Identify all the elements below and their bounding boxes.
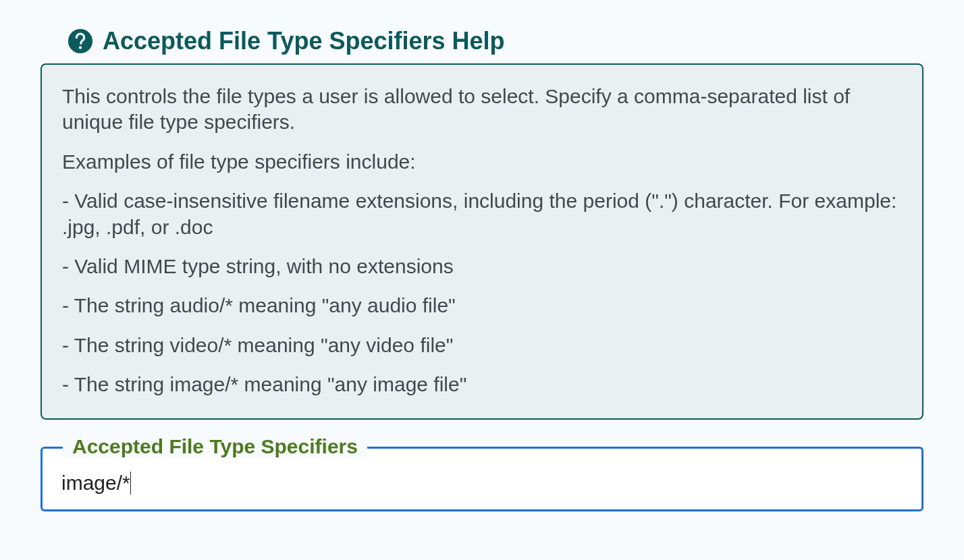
svg-point-0 [68,29,92,53]
help-bullet-mime: - Valid MIME type string, with no extens… [62,254,902,279]
accepted-file-types-input[interactable]: image/* [61,472,130,495]
help-examples-lead: Examples of file type specifiers include… [62,149,902,175]
help-bullet-audio: - The string audio/* meaning "any audio … [62,293,902,318]
help-description-box: This controls the file types a user is a… [41,63,923,420]
svg-point-1 [79,46,82,49]
text-caret [130,472,131,495]
help-heading-title: Accepted File Type Specifiers Help [103,27,505,55]
help-heading-row: Accepted File Type Specifiers Help [68,27,923,55]
help-bullet-extensions: - Valid case-insensitive filename extens… [62,188,902,240]
help-intro-text: This controls the file types a user is a… [62,84,902,136]
accepted-file-types-field[interactable]: Accepted File Type Specifiers image/* [41,447,923,511]
field-legend: Accepted File Type Specifiers [63,435,367,458]
help-bullet-video: - The string video/* meaning "any video … [62,333,902,358]
help-bullet-image: - The string image/* meaning "any image … [62,372,902,397]
help-icon [68,28,93,54]
